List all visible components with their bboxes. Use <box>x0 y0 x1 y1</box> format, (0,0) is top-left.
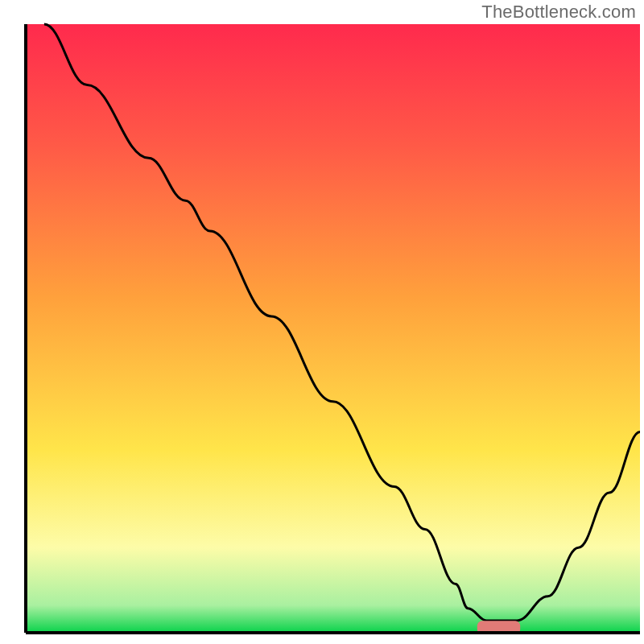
gradient-background <box>26 24 640 633</box>
plot-area <box>26 24 640 634</box>
watermark-text: TheBottleneck.com <box>481 2 636 23</box>
chart-frame: TheBottleneck.com <box>0 0 644 644</box>
bottleneck-chart <box>0 0 644 644</box>
